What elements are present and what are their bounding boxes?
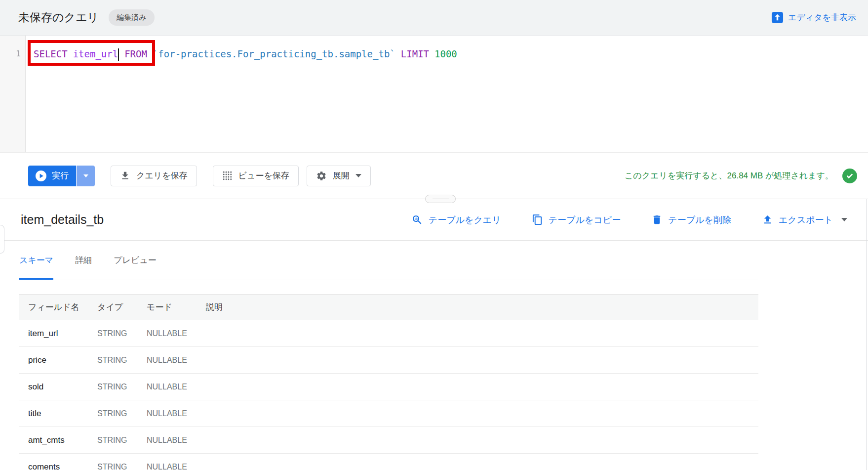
download-icon — [120, 171, 130, 181]
chevron-down-icon — [83, 174, 88, 177]
hide-editor-label: エディタを非表示 — [788, 12, 856, 23]
trash-icon — [651, 214, 663, 225]
table-row: amt_cmts STRING NULLABLE — [19, 427, 758, 454]
cell-field: sold — [19, 382, 97, 392]
copy-icon — [532, 214, 543, 225]
run-button-label: 実行 — [52, 170, 69, 181]
cell-type: STRING — [97, 463, 147, 470]
cell-type: STRING — [97, 383, 147, 391]
table-details-header: item_details_tb テーブルをクエリ テーブルをコピー — [0, 199, 868, 241]
chevron-down-icon — [355, 174, 361, 177]
cell-type: STRING — [97, 436, 147, 445]
header-mode: モード — [147, 301, 206, 313]
valid-check-icon — [842, 169, 857, 183]
cell-mode: NULLABLE — [147, 329, 206, 338]
schema-table-header: フィールド名 タイプ モード 説明 — [19, 294, 758, 320]
search-chart-icon — [411, 214, 423, 226]
save-query-button[interactable]: クエリを保存 — [111, 166, 197, 186]
header-type: タイプ — [97, 301, 147, 313]
table-row: coments STRING NULLABLE — [19, 454, 758, 470]
edited-badge: 編集済み — [109, 9, 154, 26]
tab-preview[interactable]: プレビュー — [114, 241, 157, 280]
bigquery-editor-page: 未保存のクエリ 編集済み エディタを非表示 1 SELECTitem_urlFR… — [0, 0, 868, 470]
line-number: 1 — [0, 49, 21, 58]
cell-type: STRING — [97, 329, 147, 338]
text-cursor — [118, 48, 119, 61]
cell-field: item_url — [19, 329, 97, 339]
tab-schema[interactable]: スキーマ — [19, 241, 53, 280]
cell-mode: NULLABLE — [147, 463, 206, 470]
query-table-button[interactable]: テーブルをクエリ — [411, 214, 501, 226]
query-toolbar: 実行 クエリを保存 — [0, 152, 868, 199]
run-query-button[interactable]: 実行 — [28, 166, 76, 186]
cell-mode: NULLABLE — [147, 436, 206, 445]
right-panel-border — [866, 199, 867, 470]
cell-field: title — [19, 409, 97, 419]
cell-type: STRING — [97, 356, 147, 365]
chevron-down-icon — [841, 218, 847, 221]
schema-table: フィールド名 タイプ モード 説明 item_url STRING NULLAB… — [19, 294, 758, 470]
tab-details[interactable]: 詳細 — [75, 241, 92, 280]
bytes-processed-message: このクエリを実行すると、26.84 MB が処理されます。 — [625, 170, 833, 181]
sql-code-line[interactable]: SELECTitem_urlFROM`for-practices.For_pra… — [34, 47, 457, 61]
hide-editor-button[interactable]: エディタを非表示 — [771, 11, 856, 24]
run-query-split-button: 実行 — [28, 166, 95, 186]
sql-table-reference: `for-practices.For_practicing_tb.sample_… — [153, 48, 395, 59]
expand-menu-button[interactable]: 展開 — [307, 166, 371, 186]
sql-keyword-limit: LIMIT — [401, 48, 429, 59]
expand-label: 展開 — [333, 170, 350, 181]
export-button[interactable]: エクスポート — [762, 214, 847, 226]
table-row: sold STRING NULLABLE — [19, 374, 758, 400]
query-table-label: テーブルをクエリ — [429, 214, 501, 226]
export-label: エクスポート — [779, 214, 833, 226]
sql-limit-value: 1000 — [434, 48, 457, 59]
table-name-title: item_details_tb — [21, 213, 104, 227]
query-validation-status: このクエリを実行すると、26.84 MB が処理されます。 — [625, 169, 857, 183]
save-query-label: クエリを保存 — [136, 170, 188, 181]
cell-field: price — [19, 355, 97, 365]
table-actions: テーブルをクエリ テーブルをコピー テーブルを削除 エクスポート — [411, 214, 847, 226]
delete-table-button[interactable]: テーブルを削除 — [651, 214, 731, 226]
save-view-button[interactable]: ビューを保存 — [213, 166, 299, 186]
table-row: price STRING NULLABLE — [19, 347, 758, 374]
play-icon — [36, 171, 46, 181]
cell-mode: NULLABLE — [147, 409, 206, 418]
header-description: 説明 — [206, 301, 758, 313]
gear-icon — [316, 171, 327, 181]
cell-field: coments — [19, 462, 97, 470]
grid-dots-icon — [222, 171, 233, 181]
sql-column-name: item_url — [73, 48, 118, 59]
cell-field: amt_cmts — [19, 435, 97, 445]
table-detail-tabs: スキーマ 詳細 プレビュー — [19, 241, 758, 280]
query-title: 未保存のクエリ — [18, 10, 99, 25]
header-field-name: フィールド名 — [19, 301, 97, 313]
dock-arrow-up-icon — [771, 11, 784, 24]
cell-mode: NULLABLE — [147, 383, 206, 391]
copy-table-button[interactable]: テーブルをコピー — [532, 214, 621, 226]
cell-type: STRING — [97, 409, 147, 418]
sql-keyword-from: FROM — [124, 48, 147, 59]
delete-table-label: テーブルを削除 — [668, 214, 731, 226]
sql-keyword-select: SELECT — [34, 48, 68, 59]
collapse-panel-handle[interactable] — [0, 225, 4, 254]
copy-table-label: テーブルをコピー — [549, 214, 621, 226]
table-row: item_url STRING NULLABLE — [19, 320, 758, 347]
cell-mode: NULLABLE — [147, 356, 206, 365]
upload-icon — [762, 214, 773, 225]
query-header-bar: 未保存のクエリ 編集済み エディタを非表示 — [0, 0, 868, 36]
run-options-dropdown[interactable] — [77, 166, 95, 186]
table-row: title STRING NULLABLE — [19, 400, 758, 427]
save-view-label: ビューを保存 — [238, 170, 289, 181]
